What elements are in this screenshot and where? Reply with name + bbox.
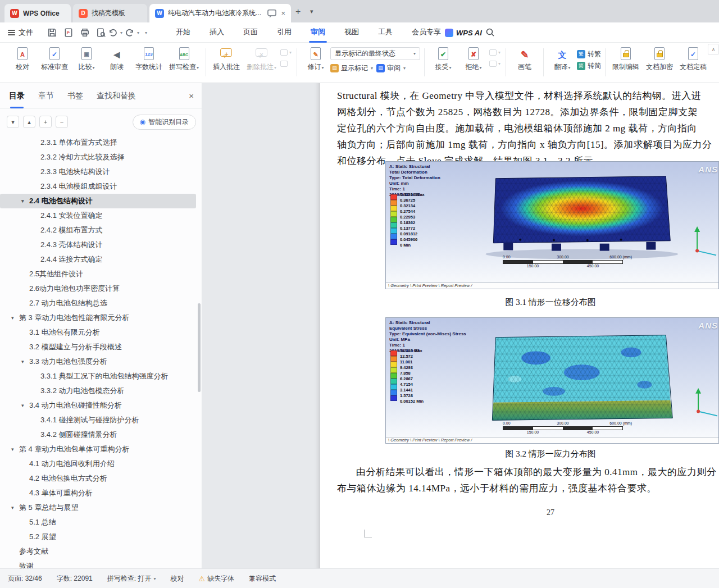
toc-item[interactable]: 2.7 动力电池包结构总选 — [0, 296, 197, 311]
expand-all-button[interactable]: ▴ — [23, 116, 35, 128]
standard-check-button[interactable]: ✓标准审查 — [38, 43, 71, 71]
toc-item[interactable]: 3.4.1 碰撞测试与碰撞防护分析 — [0, 413, 197, 427]
markup-state-select[interactable]: 显示标记的最终状态 ▾ — [330, 47, 420, 60]
next-change-button[interactable]: ▾ — [489, 61, 500, 67]
toc-item[interactable]: 3.1 电池包有限元分析 — [0, 325, 197, 340]
show-markup-button[interactable]: ▤ 显示标记▾ — [330, 63, 373, 73]
menu-tab-2[interactable]: 插入 — [200, 22, 234, 43]
customize-toolbar-chevron-icon[interactable]: ▾ — [145, 30, 147, 35]
caret-down-icon[interactable]: ▾ — [11, 311, 14, 325]
text-line[interactable]: 由分析结果可以看出，情形一下箱体顶部的最大变形量为 0.41mm，最大的应力则分 — [337, 464, 719, 480]
sidebar-scrollbar[interactable] — [198, 303, 201, 392]
sidebar-tab-4[interactable]: 查找和替换 — [97, 89, 136, 103]
insert-comment-button[interactable]: +插入批注 — [210, 43, 243, 71]
undo-icon[interactable] — [108, 28, 118, 38]
toc-item[interactable]: 4.3 单体可重构分析 — [0, 486, 197, 500]
ansys-view-tabs[interactable]: \ Geometry \ Print Preview \ Report Prev… — [386, 282, 718, 289]
toc-item[interactable]: 2.4.3 壳体结构设计 — [0, 238, 197, 252]
toc-item[interactable]: 2.4.1 安装位置确定 — [0, 208, 197, 223]
previous-comment-button[interactable]: ▾ — [280, 49, 292, 56]
toc-item[interactable]: 2.3.1 单体布置方式选择 — [0, 135, 197, 150]
reject-button[interactable]: ✘拒绝▾ — [459, 43, 488, 72]
next-comment-button[interactable] — [280, 61, 292, 67]
menu-tab-5[interactable]: 审阅 — [301, 22, 335, 43]
toc-item[interactable]: 5.2 展望 — [0, 530, 197, 544]
toc-item[interactable]: 2.4.4 连接方式确定 — [0, 252, 197, 267]
text-line[interactable]: 布与箱体边缘为 14.14MPa，远小于材料的需用应力，强度基本符合要求。 — [337, 480, 719, 496]
toc-item[interactable]: ▾3.4 动力电池包碰撞性能分析 — [0, 398, 197, 413]
toc-item[interactable]: ▾3.3 动力电池包强度分析 — [0, 354, 197, 369]
close-sidebar-icon[interactable]: × — [189, 91, 194, 101]
ink-pen-button[interactable]: ✎画笔 — [510, 43, 539, 71]
toc-item[interactable]: 2.6动力电池包功率密度计算 — [0, 281, 197, 296]
toc-item[interactable]: 5.1 总结 — [0, 515, 197, 530]
wps-ai-button[interactable]: WPS AI — [445, 22, 482, 43]
previous-change-button[interactable]: ▾ — [489, 49, 500, 56]
toc-item[interactable]: 2.3.3 电池块结构设计 — [0, 165, 197, 179]
missing-font-button[interactable]: ⚠ 缺失字体 — [198, 574, 234, 584]
search-icon[interactable] — [485, 28, 495, 37]
toc-item[interactable]: 2.3.4 电池模组成组设计 — [0, 179, 197, 194]
new-tab-icon[interactable]: + — [295, 7, 301, 17]
sidebar-tab-3[interactable]: 书签 — [67, 89, 83, 103]
demote-button[interactable]: − — [56, 116, 68, 128]
spellcheck-toggle[interactable]: 拼写检查: 打开▾ — [107, 574, 156, 584]
text-line[interactable]: 定位孔的六个方向自由度。施加载荷，电池模组箱体顶部施加 2 mg 载荷，方向指向 — [337, 120, 719, 136]
fig2[interactable]: A: Static StructuralEquivalent StressTyp… — [385, 317, 719, 444]
toc-item[interactable]: 4.1 动力电池回收利用介绍 — [0, 457, 197, 471]
menu-tab-4[interactable]: 引用 — [267, 22, 301, 43]
toc-item[interactable]: 3.3.1 典型工况下的电池包结构强度分析 — [0, 369, 197, 384]
sidebar-tab-2[interactable]: 章节 — [38, 89, 54, 103]
caret-down-icon[interactable]: ▾ — [11, 442, 14, 457]
text-line[interactable]: 网格划分，节点个数为 25825，网格数目为 12728。添加边界条件，限制固定… — [337, 104, 719, 120]
word-count-indicator[interactable]: 字数: 22091 — [57, 574, 93, 584]
track-changes-button[interactable]: ✎修订▾ — [301, 43, 330, 72]
page-indicator[interactable]: 页面: 32/46 — [8, 574, 42, 584]
print-icon[interactable] — [80, 28, 90, 38]
toc-item[interactable]: 2.3.2 冷却方式比较及选择 — [0, 150, 197, 165]
smart-toc-button[interactable]: ◉ 智能识别目录 — [133, 115, 196, 130]
encrypt-button[interactable]: 文档加密 — [643, 43, 676, 71]
read-aloud-button[interactable]: ◀朗读 — [102, 43, 131, 71]
spell-check-button[interactable]: ABC拼写检查▾ — [166, 43, 202, 72]
toc-item[interactable]: 3.3.2 动力电池包模态分析 — [0, 384, 197, 398]
redo-icon[interactable] — [125, 28, 135, 38]
collapse-all-button[interactable]: ▾ — [7, 116, 19, 128]
toc-item[interactable]: 2.5其他组件设计 — [0, 267, 197, 281]
save-icon[interactable] — [47, 28, 57, 38]
proofread-button[interactable]: A校对 — [8, 43, 37, 71]
review-pane-button[interactable]: ▤ 审阅▾ — [376, 63, 406, 73]
to-traditional-button[interactable]: 繁转繁 — [577, 49, 601, 59]
caret-down-icon[interactable]: ▾ — [21, 354, 24, 369]
text-line[interactable]: Structural 模块，在 Geometry 中导入模型文件，材料选择系统默… — [337, 88, 719, 104]
paragraph-2[interactable]: 由分析结果可以看出，情形一下箱体顶部的最大变形量为 0.41mm，最大的应力则分… — [337, 464, 719, 496]
menu-tab-3[interactable]: 页面 — [234, 22, 267, 43]
toc-item[interactable]: 2.4.2 模组布置方式 — [0, 223, 197, 238]
toc-item[interactable]: 致谢 — [0, 559, 197, 568]
caret-down-icon[interactable]: ▾ — [11, 500, 14, 515]
toc-item[interactable]: ▾第 5 章总结与展望 — [0, 500, 197, 515]
menu-tab-1[interactable]: 开始 — [166, 22, 200, 43]
paragraph-1[interactable]: Structural 模块，在 Geometry 中导入模型文件，材料选择系统默… — [337, 88, 719, 169]
toc-item[interactable]: 参考文献 — [0, 544, 197, 559]
compatibility-mode-indicator[interactable]: 兼容模式 — [249, 574, 276, 584]
menu-tab-6[interactable]: 视图 — [335, 22, 368, 43]
ribbon-collapse-chevron-icon[interactable]: ∧ — [708, 44, 719, 55]
toc-item[interactable]: ▾2.4 电池包结构设计 — [0, 194, 196, 208]
finalize-button[interactable]: ✓文档定稿 — [677, 43, 709, 71]
undo-chevron-icon[interactable]: ▾ — [120, 30, 122, 35]
delete-comment-button[interactable]: ×删除批注▾ — [244, 43, 279, 72]
ansys-view-tabs[interactable]: \ Geometry \ Print Preview \ Report Prev… — [386, 437, 718, 443]
tab-active-document[interactable]: W 纯电动汽车动力电池液冷系统... × — [149, 4, 291, 22]
toc-item[interactable]: ▾第 4 章动力电池包单体可重构分析 — [0, 442, 197, 457]
toc-item[interactable]: 3.4.2 侧面碰撞情景分析 — [0, 427, 197, 442]
restrict-edit-button[interactable]: 限制编辑 — [609, 43, 642, 71]
print-preview-icon[interactable] — [96, 28, 106, 38]
toc-item[interactable]: ▾第 3 章动力电池包性能有限元分析 — [0, 311, 197, 325]
text-line[interactable]: 轴负方向；后部向前施加 1mg 载荷，方向指向 x 轴负方向[15]。添加求解项… — [337, 136, 719, 153]
toc-item[interactable]: 3.2 模型建立与分析手段概述 — [0, 340, 197, 354]
word-count-button[interactable]: 123字数统计 — [133, 43, 165, 71]
caret-down-icon[interactable]: ▾ — [21, 398, 24, 413]
proofread-status-button[interactable]: 校对 — [170, 574, 184, 584]
close-tab-icon[interactable]: × — [281, 9, 285, 17]
